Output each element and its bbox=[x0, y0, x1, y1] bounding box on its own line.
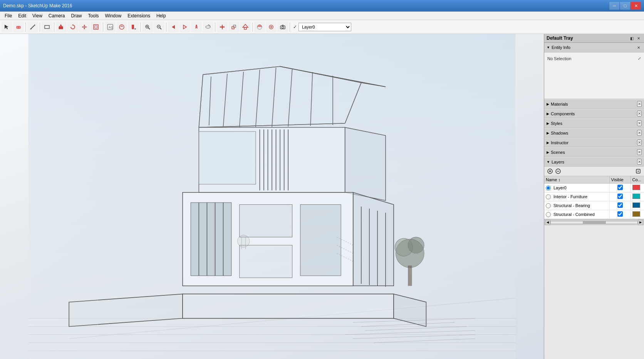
component-button[interactable] bbox=[266, 22, 277, 32]
entity-info-header: ▼ Entity Info ✕ bbox=[544, 43, 644, 52]
instructor-section-header[interactable]: ▶ Instructor ✕ bbox=[544, 138, 644, 147]
toolbar-separator-6 bbox=[166, 22, 166, 32]
scenes-close-button[interactable]: ✕ bbox=[637, 149, 642, 155]
svg-rect-91 bbox=[240, 205, 292, 237]
toolbar-separator-4 bbox=[103, 22, 103, 32]
material-button[interactable] bbox=[254, 22, 265, 32]
components-close-button[interactable]: ✕ bbox=[637, 111, 642, 116]
structural-bearing-visible-checkbox[interactable] bbox=[617, 202, 623, 208]
svg-rect-86 bbox=[191, 202, 231, 276]
instructor-close-button[interactable]: ✕ bbox=[637, 140, 642, 145]
col-name-header[interactable]: Name ↕ bbox=[544, 176, 609, 184]
styles-section-header[interactable]: ▶ Styles ✕ bbox=[544, 118, 644, 128]
previous-view-button[interactable] bbox=[168, 22, 179, 32]
orbit-tool-button[interactable] bbox=[203, 22, 213, 32]
pushpull-tool-button[interactable] bbox=[56, 22, 67, 32]
remove-layer-button[interactable] bbox=[555, 168, 562, 175]
structural-bearing-color-swatch[interactable] bbox=[632, 202, 640, 208]
scrollbar-track[interactable] bbox=[550, 221, 638, 224]
structural-combined-radio[interactable] bbox=[546, 212, 551, 217]
table-row: Layer0 bbox=[544, 184, 644, 192]
shadows-close-button[interactable]: ✕ bbox=[637, 130, 642, 136]
svg-line-25 bbox=[148, 28, 150, 29]
menu-view[interactable]: View bbox=[29, 12, 45, 19]
structural-bearing-name-cell[interactable]: Structural - Bearing bbox=[544, 201, 609, 210]
structural-combined-color-swatch[interactable] bbox=[632, 211, 640, 217]
menu-file[interactable]: File bbox=[2, 12, 15, 19]
menu-edit[interactable]: Edit bbox=[15, 12, 29, 19]
tray-float-button[interactable]: ◧ bbox=[629, 35, 635, 41]
layers-label: Layers bbox=[552, 160, 564, 164]
section-plane-button[interactable] bbox=[217, 22, 228, 32]
walk-tool-button[interactable] bbox=[191, 22, 202, 32]
interior-visible-checkbox[interactable] bbox=[617, 194, 623, 199]
zoom-tool-button[interactable] bbox=[142, 22, 153, 32]
maximize-button[interactable]: □ bbox=[620, 2, 630, 10]
tray-controls: ◧ ✕ bbox=[629, 35, 642, 41]
minimize-button[interactable]: ─ bbox=[609, 2, 619, 10]
interior-name-cell[interactable]: Interior - Furniture bbox=[544, 192, 609, 201]
paint-tool-button[interactable] bbox=[128, 22, 139, 32]
offset-tool-button[interactable] bbox=[91, 22, 101, 32]
scrollbar-thumb[interactable] bbox=[583, 221, 606, 224]
rotate-tool-button[interactable] bbox=[67, 22, 78, 32]
layers-section-header[interactable]: ▼ Layers ✕ bbox=[544, 157, 644, 167]
layer0-radio[interactable] bbox=[546, 185, 551, 190]
layer0-visible-checkbox[interactable] bbox=[617, 185, 623, 190]
structural-combined-visible-checkbox[interactable] bbox=[617, 211, 623, 217]
layers-save-button[interactable] bbox=[635, 168, 642, 175]
entity-info-expand-icon[interactable]: ⤢ bbox=[638, 56, 641, 61]
viewport[interactable] bbox=[0, 34, 544, 359]
tray-close-button[interactable]: ✕ bbox=[636, 35, 642, 41]
scenes-section-header[interactable]: ▶ Scenes ✕ bbox=[544, 147, 644, 157]
eraser-tool-button[interactable] bbox=[13, 22, 24, 32]
col-visible-header[interactable]: Visible bbox=[609, 176, 631, 184]
interior-color-swatch[interactable] bbox=[632, 194, 640, 199]
entity-info-close-button[interactable]: ✕ bbox=[636, 44, 642, 51]
scenes-arrow: ▶ bbox=[547, 150, 549, 154]
materials-close-button[interactable]: ✕ bbox=[637, 101, 642, 107]
styles-close-button[interactable]: ✕ bbox=[637, 120, 642, 126]
layer0-visible-cell bbox=[609, 184, 631, 192]
shadows-section-header[interactable]: ▶ Shadows ✕ bbox=[544, 128, 644, 138]
menu-extensions[interactable]: Extensions bbox=[124, 12, 153, 19]
select-tool-button[interactable] bbox=[2, 22, 12, 32]
col-color-header[interactable]: Co... bbox=[631, 176, 644, 184]
toolbar-separator-8 bbox=[252, 22, 253, 32]
zoom-extents-button[interactable] bbox=[154, 22, 164, 32]
components-section-header[interactable]: ▶ Components ✕ bbox=[544, 109, 644, 118]
next-view-button[interactable] bbox=[179, 22, 190, 32]
layer0-name-cell[interactable]: Layer0 bbox=[544, 184, 609, 192]
move-tool-button[interactable] bbox=[79, 22, 90, 32]
structural-bearing-radio[interactable] bbox=[546, 203, 551, 208]
interior-radio[interactable] bbox=[546, 194, 551, 199]
interior-color-cell[interactable] bbox=[631, 192, 644, 201]
menu-tools[interactable]: Tools bbox=[85, 12, 102, 19]
add-layer-button[interactable] bbox=[547, 168, 553, 175]
structural-combined-color-cell[interactable] bbox=[631, 210, 644, 219]
menu-draw[interactable]: Draw bbox=[68, 12, 85, 19]
model-info-button[interactable] bbox=[240, 22, 251, 32]
layer0-color-swatch[interactable] bbox=[632, 185, 640, 190]
structural-bearing-color-cell[interactable] bbox=[631, 201, 644, 210]
materials-arrow: ▶ bbox=[547, 102, 549, 106]
scroll-right-button[interactable]: ▶ bbox=[638, 220, 643, 225]
layer-dropdown[interactable]: Layer0 Interior - Furniture Structural -… bbox=[299, 23, 351, 31]
camera-button[interactable] bbox=[277, 22, 288, 32]
layer0-color-cell[interactable] bbox=[631, 184, 644, 192]
menu-camera[interactable]: Camera bbox=[45, 12, 68, 19]
menu-help[interactable]: Help bbox=[153, 12, 169, 19]
entity-info-label: Entity Info bbox=[552, 45, 570, 50]
close-button[interactable]: ✕ bbox=[631, 2, 641, 10]
structural-combined-name-cell[interactable]: Structural - Combined bbox=[544, 210, 609, 219]
menu-window[interactable]: Window bbox=[102, 12, 125, 19]
layers-close-button[interactable]: ✕ bbox=[637, 159, 642, 165]
rectangle-tool-button[interactable] bbox=[42, 22, 52, 32]
pencil-tool-button[interactable] bbox=[27, 22, 38, 32]
scroll-left-button[interactable]: ◀ bbox=[545, 220, 550, 225]
dimension-tool-button[interactable] bbox=[116, 22, 127, 32]
svg-rect-6 bbox=[59, 27, 63, 29]
make-component-button[interactable] bbox=[228, 22, 239, 32]
text-tool-button[interactable]: A1 bbox=[105, 22, 116, 32]
materials-section-header[interactable]: ▶ Materials ✕ bbox=[544, 99, 644, 109]
